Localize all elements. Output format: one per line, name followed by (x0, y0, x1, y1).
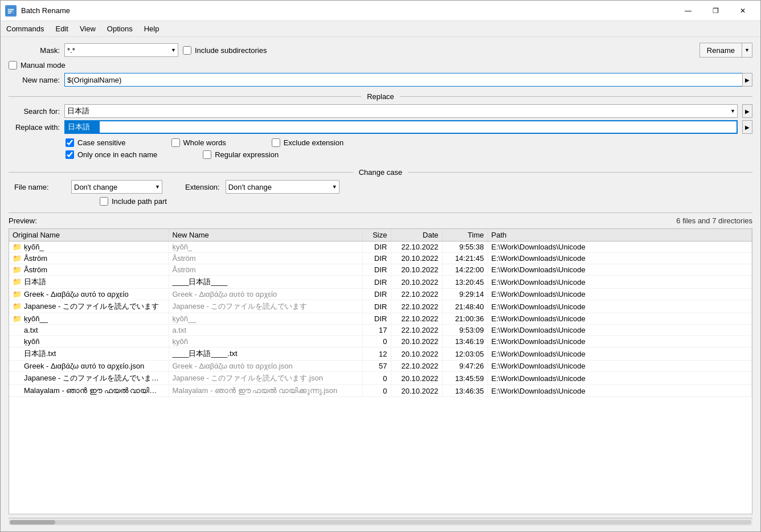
cell-time: 13:20:45 (442, 276, 488, 289)
table-row[interactable]: 📁日本語____日本語____DIR20.10.202213:20:45E:\W… (9, 276, 752, 289)
table-row[interactable]: 📁Japanese - このファイルを読んでいますJapanese - このファ… (9, 300, 752, 313)
mask-select[interactable]: *.* (64, 43, 178, 57)
title-bar: Batch Rename — ❐ ✕ (1, 1, 760, 21)
replace-section: Replace Search for: ▶ Replace with: 日本語 (9, 90, 752, 159)
include-path-checkbox[interactable] (100, 197, 108, 206)
menu-view[interactable]: View (74, 22, 101, 35)
scrollbar-thumb[interactable] (10, 520, 55, 525)
menu-help[interactable]: Help (138, 22, 165, 35)
preview-label: Preview: (9, 216, 37, 225)
search-for-row: Search for: ▶ (9, 104, 752, 118)
checkboxes-row2: Only once in each name Regular expressio… (66, 150, 752, 159)
search-for-label: Search for: (9, 107, 60, 116)
case-sensitive-checkbox[interactable] (66, 138, 74, 147)
file-name-select-wrapper: Don't change UPPERCASE lowercase Title C… (71, 180, 162, 194)
cell-date: 20.10.2022 (391, 264, 442, 276)
table-row[interactable]: 📄日本語.txt____日本語____.txt1220.10.202212:03… (9, 347, 752, 361)
horizontal-scrollbar[interactable] (9, 518, 752, 526)
cell-time: 9:53:09 (442, 325, 488, 336)
cell-path: E:\Work\Downloads\Unicode (488, 325, 752, 336)
cell-time: 12:03:05 (442, 347, 488, 361)
rename-button[interactable]: Rename (699, 43, 742, 58)
cell-date: 20.10.2022 (391, 385, 442, 397)
file-icon: 📄 (13, 386, 22, 395)
replace-with-row: Replace with: 日本語 ▶ (9, 120, 752, 134)
regular-expression-checkbox[interactable] (203, 150, 211, 159)
table-row[interactable]: 📁ÅströmÅströmDIR20.10.202214:21:45E:\Wor… (9, 253, 752, 264)
regular-expression-label: Regular expression (215, 150, 279, 159)
search-for-input[interactable] (64, 104, 738, 118)
cell-size: DIR (362, 289, 391, 300)
preview-header: Preview: 6 files and 7 directories (9, 212, 752, 225)
cell-path: E:\Work\Downloads\Unicode (488, 276, 752, 289)
change-case-line-right (408, 172, 752, 173)
table-row[interactable]: 📄a.txta.txt1722.10.20229:53:09E:\Work\Do… (9, 325, 752, 336)
cell-time: 9:47:26 (442, 361, 488, 372)
table-row[interactable]: 📁ķyõñ__ķyõñ__DIR22.10.202221:00:36E:\Wor… (9, 313, 752, 325)
cell-size: DIR (362, 242, 391, 253)
cell-orig-name: 📁Åström (9, 264, 169, 276)
case-sensitive-label: Case sensitive (77, 138, 126, 147)
replace-line-left (9, 96, 361, 97)
menu-edit[interactable]: Edit (50, 22, 73, 35)
include-subdirs-checkbox[interactable] (183, 46, 191, 55)
folder-icon: 📁 (13, 290, 22, 298)
table-row[interactable]: 📄Malayalam - ഞാൻ ഈ ഫയൽ വായിക്കുന്നു.json… (9, 385, 752, 397)
file-icon: 📄 (13, 349, 22, 358)
table-row[interactable]: 📁Greek - Διαβάζω αυτό το αρχείοGreek - Δ… (9, 289, 752, 300)
exclude-extension-check[interactable]: Exclude extension (272, 138, 344, 147)
whole-words-checkbox[interactable] (171, 138, 180, 147)
cell-time: 21:48:40 (442, 300, 488, 313)
manual-mode-check[interactable]: Manual mode (9, 61, 66, 69)
col-header-path: Path (488, 229, 752, 242)
table-row[interactable]: 📄Japanese - このファイルを読んでいます.jsonJapanese -… (9, 372, 752, 385)
table-row[interactable]: 📄ķyõñķyõñ020.10.202213:46:19E:\Work\Down… (9, 336, 752, 347)
include-path-check[interactable]: Include path part (100, 197, 167, 206)
cell-path: E:\Work\Downloads\Unicode (488, 313, 752, 325)
cell-time: 21:00:36 (442, 313, 488, 325)
table-row[interactable]: 📄Greek - Διαβάζω αυτό το αρχείο.jsonGree… (9, 361, 752, 372)
minimize-button[interactable]: — (675, 3, 701, 19)
file-name-label: File name: (14, 183, 66, 191)
new-name-arrow-button[interactable]: ▶ (742, 73, 752, 87)
whole-words-check[interactable]: Whole words (171, 138, 226, 147)
cell-date: 22.10.2022 (391, 361, 442, 372)
change-case-header: Change case (9, 168, 752, 177)
menu-options[interactable]: Options (101, 22, 138, 35)
file-name-select[interactable]: Don't change UPPERCASE lowercase Title C… (71, 180, 162, 194)
only-once-check[interactable]: Only once in each name (66, 150, 157, 159)
cell-orig-name: 📄Japanese - このファイルを読んでいます.json (9, 372, 169, 385)
extension-select[interactable]: Don't change UPPERCASE lowercase (226, 180, 339, 194)
replace-section-label: Replace (365, 92, 396, 101)
search-for-arrow-button[interactable]: ▶ (742, 104, 752, 118)
include-subdirs-check[interactable]: Include subdirectories (183, 46, 267, 55)
replace-with-input-wrapper: 日本語 (64, 120, 738, 134)
manual-mode-row: Manual mode (9, 61, 752, 69)
cell-orig-name: 📄Greek - Διαβάζω αυτό το αρχείο.json (9, 361, 169, 372)
file-table-container[interactable]: Original Name New Name Size Date Time Pa… (9, 228, 752, 514)
exclude-extension-checkbox[interactable] (272, 138, 280, 147)
close-button[interactable]: ✕ (730, 3, 756, 19)
folder-icon: 📁 (13, 314, 22, 323)
replace-with-selected-text: 日本語 (66, 121, 100, 133)
cell-orig-name: 📄a.txt (9, 325, 169, 336)
maximize-button[interactable]: ❐ (702, 3, 729, 19)
replace-with-arrow-button[interactable]: ▶ (742, 120, 752, 134)
app-icon (5, 5, 17, 17)
new-name-input[interactable] (64, 73, 742, 87)
only-once-checkbox[interactable] (66, 150, 74, 159)
cell-orig-name: 📁Åström (9, 253, 169, 264)
only-once-label: Only once in each name (77, 150, 157, 159)
table-row[interactable]: 📁ÅströmÅströmDIR20.10.202214:22:00E:\Wor… (9, 264, 752, 276)
cell-date: 22.10.2022 (391, 313, 442, 325)
table-row[interactable]: 📁ķyõñ_ķyõñ_DIR22.10.20229:55:38E:\Work\D… (9, 242, 752, 253)
checkboxes-row1: Case sensitive Whole words Exclude exten… (66, 138, 752, 147)
manual-mode-checkbox[interactable] (9, 61, 17, 69)
cell-size: DIR (362, 253, 391, 264)
case-sensitive-check[interactable]: Case sensitive (66, 138, 126, 147)
rename-dropdown-button[interactable]: ▼ (742, 43, 752, 58)
cell-date: 22.10.2022 (391, 300, 442, 313)
menu-commands[interactable]: Commands (1, 22, 50, 35)
regular-expression-check[interactable]: Regular expression (203, 150, 279, 159)
cell-new-name: ____日本語____.txt (169, 347, 362, 361)
